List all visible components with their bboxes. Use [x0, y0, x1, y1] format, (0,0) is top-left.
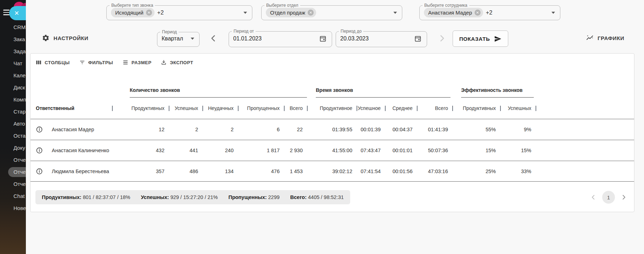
chip-close-icon[interactable]: ✕	[475, 10, 481, 16]
chevron-down-icon[interactable]	[191, 38, 194, 40]
app-root: ✕ CRMЗакаЗадаЧатКалеДискКомпСтарАвтоОста…	[0, 0, 644, 254]
sidebar-item[interactable]: CRM	[0, 21, 26, 33]
sidebar-item[interactable]: Авто	[0, 118, 26, 130]
settings-button[interactable]: НАСТРОЙКИ	[42, 34, 89, 42]
current-page-indicator[interactable]: 1	[602, 191, 615, 204]
columns-button[interactable]: СТОЛБЦЫ	[35, 59, 70, 66]
sidebar-item[interactable]: Зада	[0, 45, 26, 57]
period-to-field[interactable]: Период до 20.03.2023	[336, 29, 427, 47]
table-cell-filler	[536, 161, 634, 181]
period-from-value[interactable]: 01.01.2023	[233, 35, 262, 42]
sidebar-item[interactable]: Чат	[0, 57, 26, 70]
call-type-filter-label: Выберите тип звонка	[110, 3, 155, 7]
sidebar-item[interactable]: Chat	[0, 190, 26, 202]
table-cell: 00:04:37	[385, 119, 417, 140]
table-cell: 476	[238, 161, 284, 181]
column-header[interactable]: Продуктивное	[307, 98, 357, 119]
chip-extra-count: +2	[157, 10, 164, 16]
table-cell: 12	[112, 119, 169, 140]
employee-filter-label: Выберите сотрудника	[422, 3, 469, 7]
column-header[interactable]: Успешных	[169, 98, 202, 119]
column-separator	[452, 106, 453, 111]
sidebar-item-label: Стар	[13, 109, 26, 115]
chevron-right-icon	[620, 193, 628, 201]
info-icon[interactable]	[36, 126, 43, 133]
call-type-filter[interactable]: Выберите тип звонка Исходящий ✕ +2	[106, 3, 252, 20]
calendar-icon[interactable]	[319, 35, 327, 43]
period-from-field[interactable]: Период от 01.01.2023	[229, 29, 332, 47]
filters-button[interactable]: ФИЛЬТРЫ	[79, 59, 113, 66]
next-period-button[interactable]	[436, 33, 448, 44]
table-cell: 33%	[500, 161, 536, 181]
charts-button[interactable]: ГРАФИКИ	[586, 34, 624, 42]
column-header[interactable]: Пропущенных	[238, 98, 284, 119]
period-select[interactable]: Период Квартал	[157, 30, 200, 47]
chip-close-icon[interactable]: ✕	[146, 10, 152, 16]
column-header-label: Продуктивных	[131, 105, 164, 111]
filter-chip[interactable]: Анастасия Мадер ✕	[424, 8, 483, 17]
hamburger-menu-icon[interactable]	[3, 10, 10, 17]
table-row[interactable]: Анастасия Мадер 122262201:39:5500:01:390…	[30, 119, 634, 140]
next-page-button[interactable]	[620, 193, 628, 201]
column-header[interactable]: Продуктивных	[112, 98, 169, 119]
sidebar-item[interactable]: Стар	[0, 106, 26, 118]
columns-icon	[35, 59, 42, 66]
sidebar-item[interactable]: Зака	[0, 33, 26, 45]
column-header[interactable]: Среднее	[385, 98, 417, 119]
density-icon	[122, 59, 129, 66]
column-header[interactable]: Успешное	[357, 98, 385, 119]
table-row[interactable]: Анастасия Калиниченко 4324412401 8172 93…	[30, 140, 634, 161]
summary-item: Всего: 4405 / 98:52:31	[290, 194, 344, 200]
info-icon[interactable]	[36, 147, 43, 154]
close-menu-button[interactable]: ✕	[9, 6, 26, 20]
chevron-down-icon[interactable]	[243, 12, 247, 14]
previous-period-button[interactable]	[208, 33, 219, 44]
auto-graph-icon	[586, 34, 594, 42]
charts-label: ГРАФИКИ	[598, 35, 624, 41]
sidebar-item[interactable]: Отче	[0, 166, 26, 178]
show-button[interactable]: ПОКАЗАТЬ	[453, 31, 508, 47]
sidebar-item[interactable]: Кале	[0, 70, 26, 82]
sidebar-item[interactable]: Диск	[0, 82, 26, 94]
table-cell: 47:03:16	[417, 161, 452, 181]
table-cell: 00:01:39	[357, 119, 385, 140]
sidebar-item[interactable]: Нове	[0, 202, 26, 214]
table-cell: 01:41:39	[417, 119, 452, 140]
sidebar-item-label: Зада	[13, 48, 26, 54]
employee-filter[interactable]: Выберите сотрудника Анастасия Мадер ✕ +2	[419, 3, 560, 20]
export-button[interactable]: ЭКСПОРТ	[161, 59, 193, 66]
sidebar-item[interactable]: Оста	[0, 130, 26, 142]
department-filter[interactable]: Выберите отдел Отдел продаж ✕	[261, 3, 402, 20]
report-table-card: СТОЛБЦЫ ФИЛЬТРЫ РАЗМЕР ЭКСПОРТ	[30, 53, 634, 212]
info-icon[interactable]	[36, 168, 43, 175]
table-cell: 486	[169, 161, 202, 181]
column-header[interactable]: Неудачных	[202, 98, 238, 119]
column-header[interactable]: Всего	[417, 98, 452, 119]
chip-close-icon[interactable]: ✕	[308, 10, 314, 16]
filter-chip[interactable]: Исходящий ✕	[111, 8, 155, 17]
table-row[interactable]: Людмила Берестеньева 3574861344761 45339…	[30, 161, 634, 182]
responsible-header[interactable]: Ответственный	[30, 98, 112, 119]
chip-label: Исходящий	[115, 10, 144, 16]
table-cell: 1 817	[238, 140, 284, 161]
period-to-value[interactable]: 20.03.2023	[340, 35, 369, 42]
column-header[interactable]: Успешных	[500, 98, 536, 119]
chevron-down-icon[interactable]	[551, 12, 555, 14]
sidebar-item[interactable]: Доку	[0, 142, 26, 154]
filter-icon	[79, 59, 85, 66]
table-cell: 00:01:56	[385, 161, 417, 181]
sidebar-item-label: Диск	[13, 84, 25, 90]
filter-chip[interactable]: Отдел продаж ✕	[266, 8, 316, 17]
calendar-icon[interactable]	[414, 35, 422, 43]
sidebar-item[interactable]: Отче	[0, 178, 26, 190]
previous-page-button[interactable]	[589, 193, 597, 201]
sidebar-item[interactable]: Комп	[0, 94, 26, 106]
size-button[interactable]: РАЗМЕР	[122, 59, 151, 66]
table-cell-filler	[536, 119, 634, 140]
column-header[interactable]: Всего	[284, 98, 307, 119]
sidebar-item-label: CRM	[13, 24, 26, 30]
column-header[interactable]: Продуктивных	[452, 98, 500, 119]
sidebar-item[interactable]: Отче	[0, 154, 26, 166]
column-header-label: Успешных	[508, 105, 531, 111]
chevron-down-icon[interactable]	[393, 12, 397, 14]
